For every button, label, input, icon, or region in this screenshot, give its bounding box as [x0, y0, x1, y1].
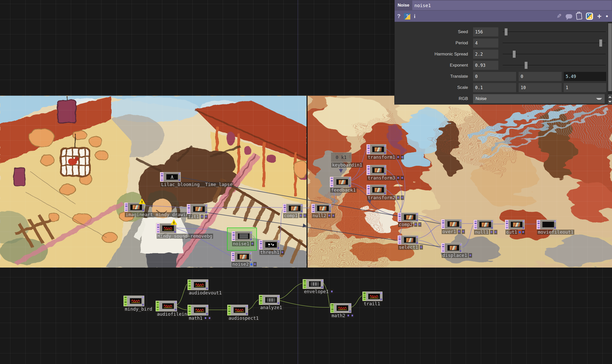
- node-ports[interactable]: [363, 292, 366, 301]
- param-slider-harmonic-spread[interactable]: [503, 50, 606, 59]
- node-ports[interactable]: [160, 172, 164, 181]
- node-ports[interactable]: [228, 305, 231, 315]
- node-label-fit1[interactable]: fit1: [187, 214, 208, 219]
- node-flag[interactable]: [281, 250, 284, 255]
- node-math1[interactable]: [188, 305, 208, 315]
- node-label-audiodevout1[interactable]: audiodevout1: [188, 290, 222, 295]
- node-Lilac_blooming__Time_lapse[interactable]: [160, 172, 181, 182]
- node-audiospect1[interactable]: [227, 305, 248, 315]
- node-ports[interactable]: [474, 220, 477, 229]
- node-transform3[interactable]: [366, 165, 386, 175]
- scroll-down-button[interactable]: [608, 99, 612, 104]
- node-ports[interactable]: [232, 231, 235, 241]
- node-imagineart_mindy_drawing[interactable]: !: [124, 203, 145, 212]
- node-flag[interactable]: [251, 241, 254, 246]
- node-label-noise1[interactable]: noise1: [232, 241, 254, 246]
- record-icon[interactable]: ●: [606, 14, 608, 19]
- node-label-transform2[interactable]: transform2: [367, 195, 404, 200]
- comment-icon[interactable]: [566, 14, 572, 18]
- node-flag[interactable]: [328, 213, 331, 218]
- node-flag[interactable]: [397, 155, 400, 159]
- node-ports[interactable]: [188, 280, 191, 290]
- python-icon[interactable]: [586, 13, 593, 20]
- node-ports[interactable]: [259, 295, 262, 305]
- node-ports[interactable]: [156, 301, 159, 311]
- param-field-scale-x[interactable]: 0.1: [473, 83, 516, 92]
- node-keyboardin1[interactable]: 0 k1: [331, 152, 352, 162]
- param-field-exponent[interactable]: 0.93: [473, 61, 498, 70]
- node-flag[interactable]: [200, 214, 204, 219]
- node-ports[interactable]: [367, 165, 370, 175]
- viewer-dot-icon[interactable]: [519, 231, 521, 233]
- node-ports[interactable]: [283, 204, 286, 213]
- node-label-moviefileout1[interactable]: moviefileout1: [537, 230, 574, 235]
- node-ports[interactable]: [537, 220, 540, 229]
- node-null2[interactable]: [311, 204, 331, 213]
- node-flag[interactable]: [401, 176, 404, 180]
- warning-icon[interactable]: !: [171, 219, 177, 225]
- node-label-mindy_bird[interactable]: mindy_bird: [124, 307, 153, 312]
- node-label-audiospect1[interactable]: audiospect1: [228, 316, 259, 321]
- node-label-envelope1[interactable]: envelope1: [303, 289, 334, 294]
- param-slider-exponent[interactable]: [503, 61, 606, 70]
- node-label-thresh1[interactable]: thresh1: [259, 250, 284, 255]
- node-flag[interactable]: [347, 313, 350, 318]
- node-flag[interactable]: [469, 253, 472, 258]
- node-ports[interactable]: [505, 220, 508, 229]
- node-displace1[interactable]: [441, 243, 462, 253]
- info-icon[interactable]: i: [414, 13, 415, 19]
- node-label-comp2[interactable]: comp2: [398, 222, 421, 227]
- node-thresh1[interactable]: [259, 240, 280, 250]
- pencil-icon[interactable]: ✎: [557, 13, 562, 20]
- node-feedback1[interactable]: [330, 177, 351, 187]
- node-ports[interactable]: [331, 304, 334, 313]
- node-ports[interactable]: [303, 279, 306, 289]
- node-flag[interactable]: [494, 230, 497, 234]
- node-ports[interactable]: [441, 243, 445, 252]
- node-label-imagineart_mindy_drawing[interactable]: imagineart_mindy_drawing: [125, 212, 192, 217]
- param-field-scale-y[interactable]: 10: [519, 83, 562, 92]
- python-help-icon[interactable]: ?: [404, 13, 410, 19]
- node-label-out1[interactable]: out1: [505, 230, 525, 235]
- node-label-keyboardin1[interactable]: keyboardin1: [331, 163, 363, 168]
- scroll-up-button[interactable]: [608, 94, 612, 99]
- node-ports[interactable]: [187, 204, 190, 214]
- node-flag[interactable]: [351, 313, 354, 318]
- node-ports[interactable]: [330, 177, 333, 187]
- node-flag[interactable]: [397, 195, 400, 200]
- node-fit1[interactable]: [187, 204, 208, 214]
- node-over1[interactable]: [441, 219, 462, 229]
- node-flag[interactable]: [522, 230, 525, 234]
- node-label-null1[interactable]: null1: [474, 230, 497, 235]
- node-ports[interactable]: [124, 296, 127, 306]
- add-icon[interactable]: +: [597, 13, 602, 19]
- node-flag[interactable]: [462, 229, 465, 234]
- scrollbar-thumb[interactable]: [608, 23, 612, 91]
- param-field-translate-y[interactable]: 0: [519, 72, 562, 81]
- node-ports[interactable]: [367, 185, 370, 195]
- node-flag[interactable]: [458, 229, 461, 234]
- node-label-over1[interactable]: over1: [442, 229, 465, 234]
- node-noise2[interactable]: [231, 252, 252, 261]
- node-label-math2[interactable]: math2: [331, 313, 354, 318]
- node-flag[interactable]: [401, 195, 404, 200]
- node-label-trail1[interactable]: trail1: [363, 301, 381, 306]
- node-flag[interactable]: [330, 289, 334, 294]
- node-flag[interactable]: [253, 262, 257, 267]
- node-flag[interactable]: [204, 316, 207, 320]
- node-comp1[interactable]: [283, 204, 303, 213]
- op-name-field[interactable]: noise1: [412, 1, 612, 10]
- node-out1[interactable]: [505, 220, 525, 229]
- param-field-translate-z[interactable]: 5.49: [564, 72, 606, 81]
- node-ports[interactable]: [156, 224, 160, 233]
- node-ports[interactable]: [398, 236, 401, 244]
- param-field-period[interactable]: 4: [473, 38, 498, 48]
- node-label-Mindy_sound_removebg[interactable]: Mindy_sound_removebg: [157, 234, 213, 239]
- node-ports[interactable]: [125, 203, 128, 212]
- param-field-harmonic-spread[interactable]: 2.2: [473, 50, 498, 59]
- help-icon[interactable]: ?: [397, 13, 400, 19]
- node-analyze1[interactable]: [259, 295, 280, 305]
- node-ports[interactable]: [188, 305, 191, 315]
- node-label-Lilac_blooming__Time_lapse[interactable]: Lilac_blooming__Time_lapse: [160, 182, 233, 187]
- param-field-seed[interactable]: 156: [473, 27, 498, 36]
